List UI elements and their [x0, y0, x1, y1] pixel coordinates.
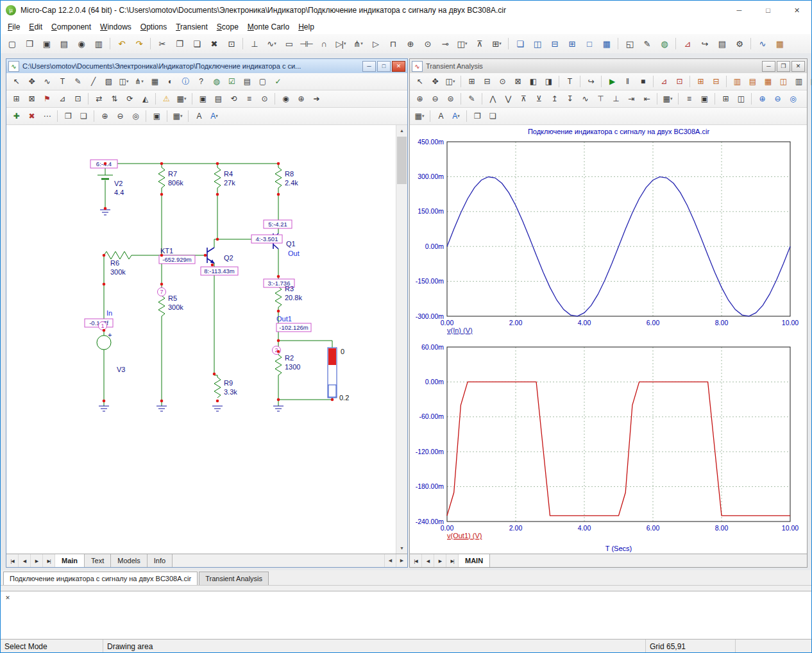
paste-page-icon[interactable]: ❏ — [76, 109, 91, 123]
opamp-icon[interactable]: ▷ — [367, 36, 384, 51]
schematic-window-titlebar[interactable]: ∿ C:\Users\omotov\Documents\Электроника\… — [6, 59, 407, 73]
valley-icon[interactable]: ⊻ — [531, 92, 546, 106]
next-page-button[interactable]: ▶ — [31, 554, 43, 567]
find-next-icon[interactable]: ⊕ — [293, 92, 309, 106]
menu-item-component[interactable]: Component — [47, 21, 96, 33]
digital-gate-icon[interactable]: ⊼ — [471, 36, 488, 51]
menu-item-windows[interactable]: Windows — [96, 21, 136, 33]
global-low-icon[interactable]: ⊥ — [608, 92, 623, 106]
text-mode-icon[interactable]: T — [562, 74, 577, 89]
analysis-page-icon[interactable]: ▤ — [239, 74, 255, 89]
menu-item-help[interactable]: Help — [294, 21, 319, 33]
current-source-icon[interactable]: ⊙ — [419, 36, 436, 51]
zoom-full-icon[interactable]: ◎ — [128, 109, 143, 123]
document-tab[interactable]: Transient Analysis — [199, 572, 269, 585]
component-menu-dropdown-icon[interactable]: ▾ — [126, 79, 129, 84]
clear-icon[interactable]: ⊡ — [223, 36, 240, 51]
high-icon[interactable]: ↥ — [546, 92, 562, 106]
info-icon[interactable]: ⓘ — [178, 74, 193, 89]
next-valley-icon[interactable]: ⋁ — [500, 92, 516, 106]
sine-source-icon[interactable]: ∿▾ — [263, 36, 280, 51]
align-cursors-icon[interactable]: ⊞ — [718, 92, 733, 106]
menu-item-file[interactable]: File — [3, 21, 24, 33]
ok-icon[interactable]: ✓ — [270, 74, 285, 89]
component-editor-icon[interactable]: ◱ — [621, 36, 638, 51]
grid-options-dropdown-icon[interactable]: ▾ — [180, 114, 183, 119]
child-maximize-button[interactable]: □ — [377, 61, 391, 72]
align-icon[interactable]: ≡ — [241, 92, 257, 106]
switch-icon[interactable]: ⊸ — [436, 36, 453, 51]
flip-vertical-icon[interactable]: ⇅ — [106, 92, 122, 106]
redraw-icon[interactable]: ⟲ — [226, 92, 241, 106]
spreadsheet-icon[interactable]: ▦ — [147, 74, 162, 89]
previous-point-icon[interactable]: ⇤ — [639, 92, 654, 106]
envelope-icon[interactable]: ▣ — [697, 92, 712, 106]
pulse-source-icon[interactable]: ⊓ — [384, 36, 402, 51]
next-peak-icon[interactable]: ⋀ — [485, 92, 500, 106]
inductor-icon[interactable]: ∩ — [315, 36, 332, 51]
cursor-mode-icon[interactable]: ⊟ — [479, 74, 495, 89]
maximize-window-icon[interactable]: □ — [580, 36, 598, 51]
properties-dropdown-icon[interactable]: ▾ — [453, 79, 455, 84]
tile-horizontal-icon[interactable]: ⊟ — [546, 36, 563, 51]
select-mode-icon[interactable]: ↖ — [8, 74, 24, 89]
grid-snap-dropdown-icon[interactable]: ▾ — [422, 114, 425, 119]
title-block-icon[interactable]: ▤ — [210, 92, 226, 106]
transient-window-titlebar[interactable]: ∿ Transient Analysis ─ ❐ ✕ — [410, 59, 807, 73]
scroll-down-icon[interactable]: ▼ — [396, 543, 407, 554]
macro-dropdown-icon[interactable]: ▾ — [465, 41, 468, 46]
next-page-button[interactable]: ▶ — [434, 554, 446, 567]
copy-icon[interactable]: ❐ — [171, 36, 188, 51]
model-icon[interactable]: ▤ — [713, 36, 731, 51]
voltage-source-icon[interactable]: ⊕ — [402, 36, 419, 51]
optimizer-icon[interactable]: ⚙ — [731, 36, 748, 51]
component-menu-icon[interactable]: ◫▾ — [116, 74, 131, 89]
edit-icon[interactable]: ✎ — [464, 92, 479, 106]
cascade-windows-icon[interactable]: ❏ — [511, 36, 529, 51]
child-close-button[interactable]: ✕ — [392, 61, 405, 72]
scrollbar-thumb[interactable] — [397, 137, 407, 184]
zoom-in-icon[interactable]: ⊕ — [97, 109, 112, 123]
step-box-icon[interactable]: ⊿ — [55, 92, 70, 106]
trackers-icon[interactable]: ◫ — [733, 92, 749, 106]
text-mode-icon[interactable]: T — [55, 74, 70, 89]
component-symbols[interactable] — [97, 167, 282, 398]
close-button[interactable]: ✕ — [782, 1, 811, 20]
first-page-button[interactable]: |◀ — [410, 554, 422, 567]
font-color-icon[interactable]: A▾ — [207, 109, 222, 123]
print-preview-icon[interactable]: ◉ — [72, 36, 90, 51]
prev-page-button[interactable]: ◀ — [422, 554, 434, 567]
waveform-list-icon[interactable]: ≡ — [681, 92, 697, 106]
next-point-icon[interactable]: ⇥ — [623, 92, 639, 106]
autoscale-icon[interactable]: ⊜ — [443, 92, 458, 106]
add-page-icon[interactable]: ✚ — [8, 109, 24, 123]
panel-close-icon[interactable]: ✕ — [3, 593, 12, 602]
menu-item-options[interactable]: Options — [136, 21, 171, 33]
copy-window-icon[interactable]: ❏ — [485, 109, 500, 123]
find-part-dropdown-icon[interactable]: ▾ — [141, 79, 144, 84]
enable-check-icon[interactable]: ☑ — [224, 74, 239, 89]
copy-page-icon[interactable]: ❐ — [60, 109, 76, 123]
pause-icon[interactable]: ‖ — [620, 74, 635, 89]
menu-item-scope[interactable]: Scope — [212, 21, 243, 33]
global-high-icon[interactable]: ⊤ — [593, 92, 608, 106]
flag-icon[interactable]: ⚑ — [39, 92, 55, 106]
delete-page-icon[interactable]: ✖ — [24, 109, 39, 123]
overlap-windows-icon[interactable]: ⊞ — [563, 36, 580, 51]
menu-item-monte-carlo[interactable]: Monte Carlo — [243, 21, 294, 33]
panel-four-icon[interactable]: ◫ — [775, 74, 791, 89]
grid-options-icon[interactable]: ▦▾ — [170, 109, 185, 123]
undo-icon[interactable]: ↶ — [113, 36, 130, 51]
pan-mode-icon[interactable]: ✥ — [24, 74, 39, 89]
line-mode-icon[interactable]: ╱ — [85, 74, 101, 89]
child-minimize-button[interactable]: ─ — [362, 61, 376, 72]
zoom-box-icon[interactable]: ⊠ — [24, 92, 39, 106]
warning-icon[interactable]: ⚠ — [158, 92, 174, 106]
point-tag-icon[interactable]: ⊙ — [495, 74, 510, 89]
find-icon[interactable]: ◉ — [278, 92, 293, 106]
macro-icon[interactable]: ◫▾ — [453, 36, 471, 51]
tile-vertical-icon[interactable]: ◫ — [529, 36, 546, 51]
probe-icon[interactable]: ↪ — [696, 36, 713, 51]
grid-toggle-dropdown-icon[interactable]: ▾ — [184, 96, 187, 101]
schematic-canvas[interactable]: 0 0.2 6:-4.4 5:-4.21 4:-3.501 8:-113.43m… — [6, 125, 396, 554]
